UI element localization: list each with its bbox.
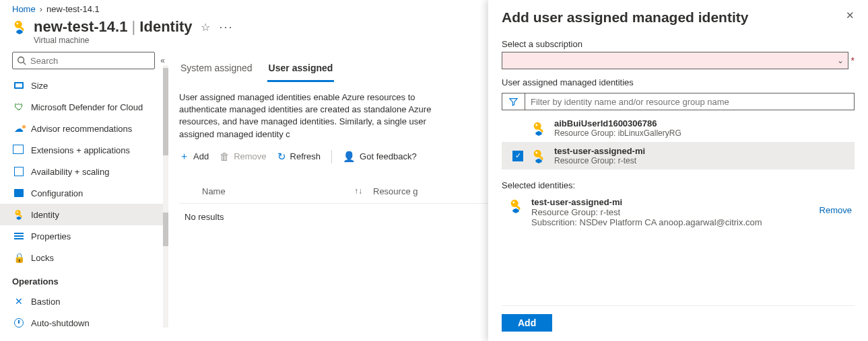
sidebar-item-availability[interactable]: Availability + scaling	[0, 161, 168, 182]
breadcrumb-current: new-test-14.1	[46, 4, 100, 14]
sidebar-scrollbar-thumb-2[interactable]	[163, 213, 168, 246]
refresh-icon: ↻	[277, 151, 286, 163]
toolbar-divider	[331, 150, 332, 163]
selected-identity-name: test-user-assigned-mi	[531, 197, 762, 207]
bastion-icon: ✕	[13, 296, 24, 307]
select-subscription-label: Select a subscription	[502, 39, 855, 49]
identity-filter[interactable]	[502, 93, 855, 110]
checkbox-checked-icon: ✓	[512, 151, 523, 161]
remove-selected-link[interactable]: Remove	[820, 197, 852, 215]
close-icon[interactable]: ✕	[846, 9, 855, 22]
selected-identity-subscription: Subscrition: NSDev Platform CA anoop.aga…	[531, 217, 762, 227]
sidebar-scrollbar-thumb[interactable]	[163, 68, 168, 155]
clock-icon	[14, 318, 24, 328]
page-title: new-test-14.1 | Identity	[34, 18, 193, 36]
configuration-icon	[14, 189, 24, 197]
properties-icon	[14, 233, 24, 239]
sidebar-item-advisor[interactable]: ☁Advisor recommendations	[0, 118, 168, 139]
sidebar-item-defender[interactable]: 🛡Microsoft Defender for Cloud	[0, 96, 168, 118]
sidebar-search-input[interactable]	[30, 56, 150, 66]
identity-filter-input[interactable]	[525, 97, 854, 107]
identity-option[interactable]: ✓ test-user-assigned-mi Resource Group: …	[502, 142, 855, 169]
shield-icon: 🛡	[13, 102, 24, 112]
collapse-sidebar-icon[interactable]: «	[160, 56, 162, 65]
identity-name: aibBuiUserId1600306786	[554, 118, 681, 128]
sidebar-item-auto-shutdown[interactable]: Auto-shutdown	[0, 312, 168, 334]
sidebar-item-properties[interactable]: Properties	[0, 225, 168, 247]
add-button[interactable]: ＋Add	[179, 150, 209, 163]
tab-system-assigned[interactable]: System assigned	[179, 59, 254, 82]
sidebar-section-operations: Operations	[0, 268, 168, 289]
cloud-icon: ☁	[13, 123, 24, 134]
panel-title: Add user assigned managed identity	[502, 9, 748, 26]
more-actions-icon[interactable]: ···	[220, 20, 234, 34]
search-icon	[17, 56, 26, 65]
selected-identities-header: Selected identities:	[502, 180, 855, 190]
remove-button: 🗑Remove	[220, 151, 266, 162]
add-identity-panel: Add user assigned managed identity ✕ Sel…	[488, 0, 868, 341]
identity-option[interactable]: ✓ aibBuiUserId1600306786 Resource Group:…	[502, 114, 855, 142]
breadcrumb-home[interactable]: Home	[12, 4, 36, 14]
sidebar-item-bastion[interactable]: ✕Bastion	[0, 291, 168, 312]
sidebar-item-identity[interactable]: Identity	[0, 204, 168, 225]
identity-resource-group: Resource Group: r-test	[554, 156, 645, 165]
key-icon	[13, 209, 24, 220]
selected-identity-resource-group: Resource Group: r-test	[531, 207, 762, 217]
required-indicator: *	[851, 55, 855, 66]
availability-icon	[14, 167, 24, 176]
lock-icon: 🔒	[13, 252, 24, 263]
sidebar: « Size 🛡Microsoft Defender for Cloud ☁Ad…	[0, 49, 168, 341]
feedback-icon: 👤	[343, 151, 356, 163]
sidebar-item-configuration[interactable]: Configuration	[0, 182, 168, 204]
sort-icon[interactable]: ↑↓	[354, 186, 362, 196]
selected-identity: test-user-assigned-mi Resource Group: r-…	[502, 190, 855, 231]
subscription-dropdown[interactable]: ⌄	[502, 52, 848, 69]
column-header-name[interactable]: Name↑↓	[179, 176, 368, 203]
refresh-button[interactable]: ↻Refresh	[277, 151, 321, 163]
tab-user-assigned[interactable]: User assigned	[267, 59, 335, 82]
chevron-right-icon: ›	[40, 4, 42, 14]
identity-name: test-user-assigned-mi	[554, 146, 645, 156]
identity-resource-group: Resource Group: ibLinuxGalleryRG	[554, 128, 681, 138]
funnel-icon	[502, 93, 525, 110]
sidebar-item-extensions[interactable]: Extensions + applications	[0, 139, 168, 161]
add-submit-button[interactable]: Add	[502, 314, 552, 332]
sidebar-item-locks[interactable]: 🔒Locks	[0, 247, 168, 268]
feedback-button[interactable]: 👤Got feedback?	[343, 151, 417, 163]
monitor-icon	[14, 82, 24, 89]
plus-icon: ＋	[179, 150, 189, 163]
svg-line-5	[24, 63, 26, 65]
sidebar-item-size[interactable]: Size	[0, 75, 168, 96]
trash-icon: 🗑	[220, 151, 230, 162]
svg-point-4	[18, 57, 24, 63]
user-assigned-description: User assigned managed identities enable …	[179, 82, 462, 145]
uami-list-label: User assigned managed identities	[502, 77, 855, 87]
extensions-icon	[14, 146, 24, 154]
favorite-star-icon[interactable]: ☆	[201, 21, 210, 34]
sidebar-search[interactable]	[12, 52, 155, 69]
managed-identity-icon	[531, 121, 546, 136]
managed-identity-icon	[12, 20, 27, 34]
managed-identity-icon	[508, 198, 523, 213]
column-header-resource-group[interactable]: Resource g	[368, 176, 423, 203]
managed-identity-icon	[531, 149, 546, 163]
chevron-down-icon: ⌄	[837, 56, 844, 65]
